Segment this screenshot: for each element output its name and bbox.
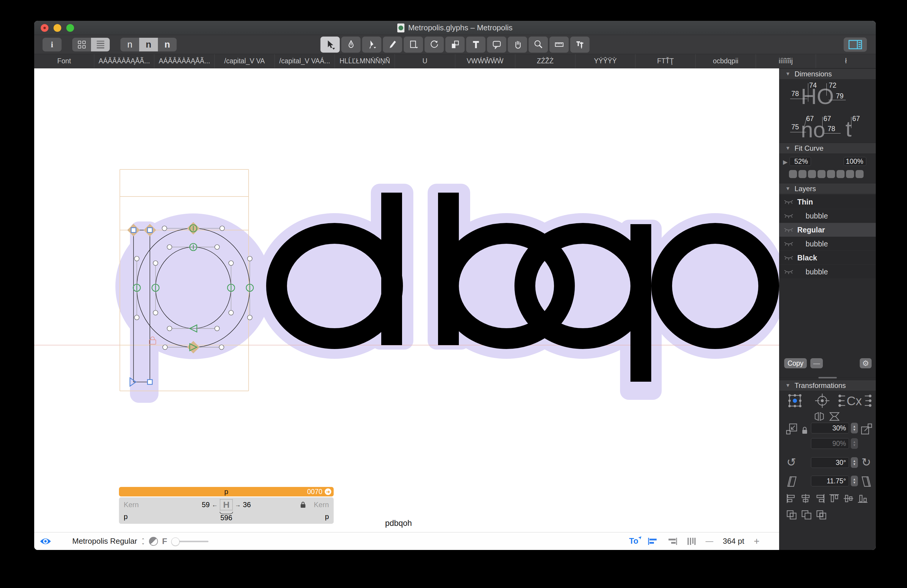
copy-layer-button[interactable]: Copy xyxy=(784,358,807,369)
slant-right-button[interactable] xyxy=(860,476,872,489)
scale-down-button[interactable] xyxy=(785,423,798,436)
slider-knob[interactable] xyxy=(171,537,179,546)
knife-tool-button[interactable] xyxy=(362,37,381,53)
annotation-tool-button[interactable] xyxy=(487,37,506,53)
tab-u[interactable]: U xyxy=(395,54,455,68)
eye-closed-icon[interactable] xyxy=(784,240,794,248)
layer-row-bubble-black[interactable]: bubble xyxy=(779,265,876,279)
weight-black-button[interactable]: n xyxy=(158,38,177,51)
rotation-field[interactable]: 30° xyxy=(811,457,849,468)
kern-right-label[interactable]: Kern xyxy=(314,501,329,509)
rotate-cw-button[interactable]: ↻ xyxy=(862,457,871,468)
tab-capital-v-vaa[interactable]: /capital_V VAÁ... xyxy=(275,54,335,68)
zoom-tool-button[interactable] xyxy=(529,37,548,53)
eye-closed-icon[interactable] xyxy=(784,211,794,220)
zoom-out-button[interactable]: — xyxy=(705,537,713,546)
tab-z[interactable]: ZŹŽŻ xyxy=(515,54,575,68)
eye-closed-icon[interactable] xyxy=(784,226,794,234)
scale-lock-icon[interactable] xyxy=(801,426,808,436)
transformations-header[interactable]: ▼ Transformations xyxy=(779,380,876,391)
transform-origin-bbox-button[interactable] xyxy=(787,393,803,410)
scale-tool-button[interactable] xyxy=(445,37,465,53)
glyph-edit-canvas[interactable]: p 0070 ➜ Kern 59 ← H → 36 xyxy=(34,68,779,532)
fit-curve-apply-icon[interactable]: ▶ xyxy=(783,159,787,166)
tab-ft[interactable]: FTŤŢ xyxy=(636,54,695,68)
layer-row-regular[interactable]: Regular xyxy=(779,223,876,237)
tab-capital-v-va[interactable]: /capital_V VA xyxy=(215,54,275,68)
hand-tool-button[interactable] xyxy=(508,37,527,53)
tab-lslash[interactable]: ł xyxy=(816,54,876,68)
align-right-edges-button[interactable] xyxy=(814,493,825,505)
minimize-button[interactable] xyxy=(53,24,61,32)
align-left-edges-button[interactable] xyxy=(786,493,796,505)
tab-vw[interactable]: VWẂŴẄẀ xyxy=(455,54,515,68)
align-top-edges-button[interactable] xyxy=(829,493,840,505)
layer-settings-button[interactable]: ⚙ xyxy=(860,358,872,369)
scale-y-stepper[interactable]: ▲▼ xyxy=(851,438,858,449)
kerning-tool-button[interactable] xyxy=(570,37,590,53)
fit-curve-step-button[interactable] xyxy=(789,170,797,178)
fit-curve-step-button[interactable] xyxy=(827,170,835,178)
fit-curve-step-button[interactable] xyxy=(817,170,825,178)
scale-y-field[interactable]: 90% xyxy=(811,438,849,449)
align-center-vertical-button[interactable] xyxy=(843,493,854,505)
tab-a-diacritics-2[interactable]: AÁĂÂÄÀĀĄÅÃ... xyxy=(154,54,215,68)
spacing-mode-button[interactable]: To➤ xyxy=(629,537,638,546)
remove-layer-button[interactable]: — xyxy=(810,358,823,369)
select-tool-button[interactable] xyxy=(320,37,340,53)
path-subtract-button[interactable] xyxy=(801,509,812,521)
tab-ocbdqpii[interactable]: ocbdqpii xyxy=(695,54,756,68)
disclosure-triangle-icon[interactable]: ▼ xyxy=(785,145,790,151)
sidebar-toggle-button[interactable] xyxy=(844,37,867,52)
layer-row-bubble-thin[interactable]: bubble xyxy=(779,209,876,223)
weight-regular-button[interactable]: n xyxy=(139,38,158,51)
fit-curve-max-field[interactable]: 100% xyxy=(844,157,866,166)
flipped-preview-icon[interactable]: F xyxy=(162,537,167,546)
zoom-value[interactable]: 364 pt xyxy=(723,537,744,546)
disclosure-triangle-icon[interactable]: ▼ xyxy=(785,186,790,192)
blur-preview-icon[interactable] xyxy=(149,537,158,546)
unicode-badge-icon[interactable]: ➜ xyxy=(325,489,331,495)
font-info-button[interactable]: i xyxy=(43,38,62,51)
fit-curve-min-field[interactable]: 52% xyxy=(790,157,811,166)
transform-origin-reference-button[interactable] xyxy=(814,393,830,410)
fit-curve-header[interactable]: ▼ Fit Curve xyxy=(779,143,876,154)
grid-view-button[interactable] xyxy=(72,38,91,51)
preview-eye-icon[interactable] xyxy=(40,537,51,545)
tab-hlmn[interactable]: HLĹĽŁMNŃŇŅÑ xyxy=(335,54,395,68)
align-center-horizontal-button[interactable] xyxy=(800,493,811,505)
tab-a-diacritics-1[interactable]: AÁĂÂÄÀĀĄÅÃ... xyxy=(94,54,154,68)
flip-vertical-button[interactable] xyxy=(829,412,840,423)
glyph-info-header[interactable]: p 0070 ➜ xyxy=(119,487,334,497)
scale-x-stepper[interactable]: ▲▼ xyxy=(851,423,858,433)
left-sidebearing-value[interactable]: 59 xyxy=(202,501,210,509)
text-tool-button[interactable] xyxy=(466,37,486,53)
path-intersect-button[interactable] xyxy=(816,509,827,521)
fit-curve-step-button[interactable] xyxy=(856,170,864,178)
panel-resize-handle[interactable] xyxy=(818,377,837,378)
layer-row-bubble-regular[interactable]: bubble xyxy=(779,237,876,251)
scale-x-field[interactable]: 30% xyxy=(811,423,849,433)
layer-row-thin[interactable]: Thin xyxy=(779,195,876,209)
weight-thin-button[interactable]: n xyxy=(120,38,139,51)
fit-curve-step-button[interactable] xyxy=(798,170,806,178)
align-bottom-edges-button[interactable] xyxy=(857,493,868,505)
zoom-in-button[interactable]: + xyxy=(754,536,760,547)
layer-row-black[interactable]: Black xyxy=(779,251,876,265)
primitives-tool-button[interactable] xyxy=(404,37,423,53)
tab-font[interactable]: Font xyxy=(34,54,94,68)
preview-size-slider[interactable] xyxy=(171,537,210,545)
eye-closed-icon[interactable] xyxy=(784,253,794,262)
eye-closed-icon[interactable] xyxy=(784,268,794,276)
flip-horizontal-button[interactable] xyxy=(814,412,825,423)
draw-tool-button[interactable] xyxy=(341,37,361,53)
disclosure-triangle-icon[interactable]: ▼ xyxy=(785,71,790,77)
rotation-stepper[interactable]: ▲▼ xyxy=(851,457,858,468)
fit-curve-step-button[interactable] xyxy=(836,170,845,178)
slant-field[interactable]: 11.75° xyxy=(811,476,849,486)
right-sidebearing-value[interactable]: 36 xyxy=(243,501,251,509)
metrics-key-box[interactable]: H xyxy=(220,499,233,510)
vertical-layout-button[interactable] xyxy=(687,537,696,545)
rotate-tool-button[interactable] xyxy=(425,37,444,53)
transform-background-cx-button[interactable]: Cx xyxy=(838,393,872,410)
